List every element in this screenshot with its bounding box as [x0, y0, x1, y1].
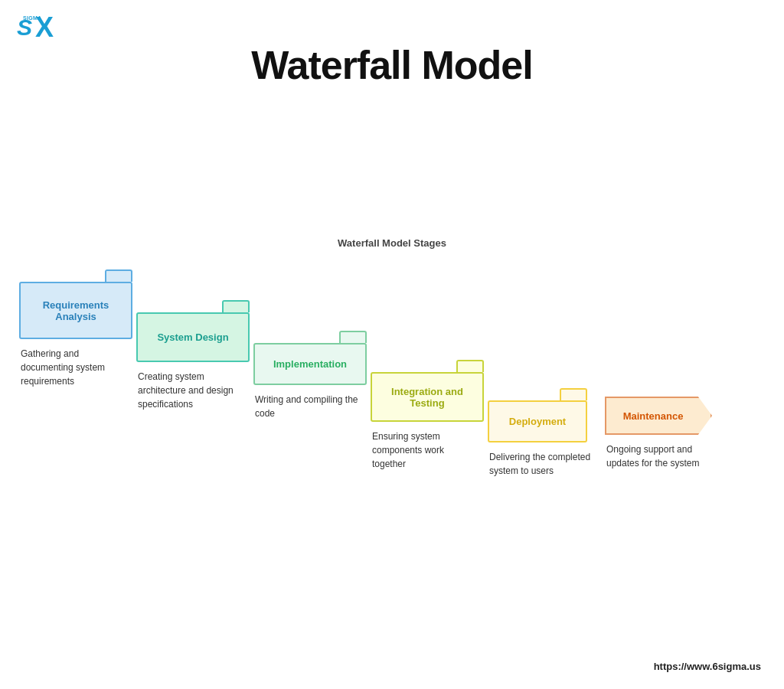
page-title: Waterfall Model — [0, 42, 784, 88]
stage-implementation: ImplementationWriting and compiling the … — [253, 329, 372, 420]
diagram-subtitle: Waterfall Model Stages — [0, 237, 784, 249]
stage-desc-system-design: Creating system architecture and design … — [136, 370, 242, 411]
stage-banner-requirements: Requirements Analysis — [19, 282, 132, 339]
stage-desc-requirements: Gathering and documenting system require… — [19, 347, 125, 388]
stage-banner-maintenance: Maintenance — [605, 397, 712, 435]
waterfall-diagram: Requirements AnalysisGathering and docum… — [19, 268, 762, 478]
stage-desc-deployment: Delivering the completed system to users — [488, 450, 593, 478]
footer-url: https://www.6sigma.us — [654, 661, 761, 672]
stage-desc-implementation: Writing and compiling the code — [253, 393, 359, 420]
stage-integration-testing: Integration and TestingEnsuring system c… — [371, 358, 489, 471]
stage-desc-integration-testing: Ensuring system components work together — [371, 429, 476, 471]
stage-banner-deployment: Deployment — [488, 400, 587, 442]
stage-banner-integration-testing: Integration and Testing — [371, 372, 484, 422]
stage-desc-maintenance: Ongoing support and updates for the syst… — [605, 442, 710, 470]
logo: S SIGMA X — [17, 14, 54, 41]
stage-requirements: Requirements AnalysisGathering and docum… — [19, 268, 138, 388]
logo-sigma-text: SIGMA — [23, 15, 41, 21]
stage-maintenance: MaintenanceOngoing support and updates f… — [605, 397, 724, 470]
stage-deployment: DeploymentDelivering the completed syste… — [488, 387, 606, 478]
stage-system-design: System DesignCreating system architectur… — [136, 299, 255, 411]
stage-banner-system-design: System Design — [136, 312, 250, 362]
stage-banner-implementation: Implementation — [253, 343, 367, 385]
